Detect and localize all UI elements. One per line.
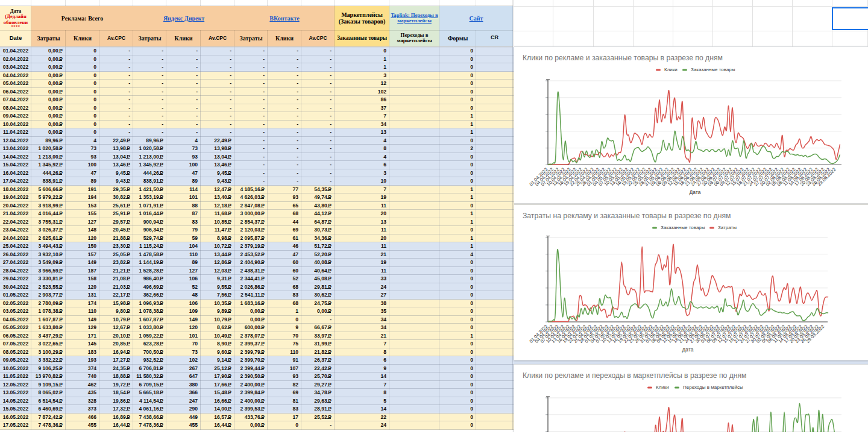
svg-text:Переходы в маркетплейсы: Переходы в маркетплейсы [683,385,743,390]
svg-text:Дата: Дата [690,189,701,195]
svg-text:Клики: Клики [656,385,669,390]
svg-text:Заказанные товары: Заказанные товары [691,67,735,72]
svg-text:Клики: Клики [664,67,678,72]
svg-text:Дата: Дата [682,347,694,353]
svg-text:Клики по рекламе и переходы в: Клики по рекламе и переходы в маркетплей… [523,371,746,380]
svg-text:Затраты: Затраты [718,225,737,230]
svg-text:Заказанные товары: Заказанные товары [661,225,705,230]
svg-text:Затраты на рекламу и заказанны: Затраты на рекламу и заказанные товары в… [523,212,731,220]
svg-text:Клики по рекламе и заказанные: Клики по рекламе и заказанные товары в р… [523,54,723,62]
